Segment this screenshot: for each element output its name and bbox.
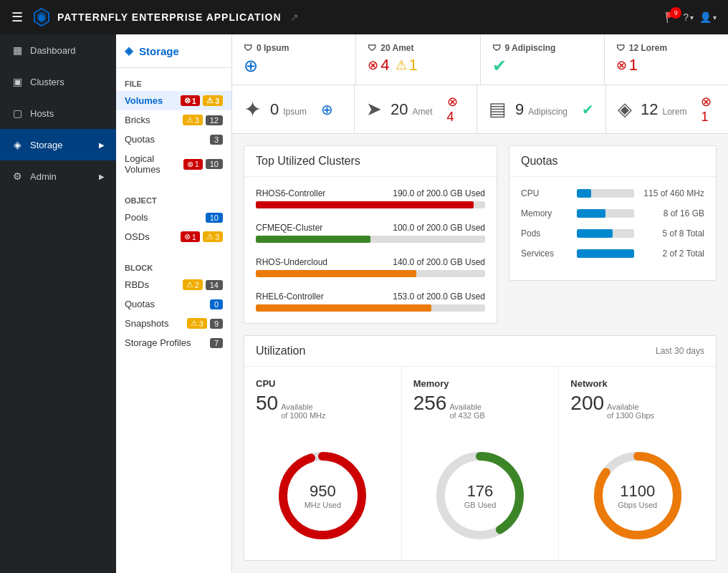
warn-icon5: ⚠ xyxy=(186,280,193,289)
quota-label-memory: Memory xyxy=(521,208,571,218)
util-metric-memory: Memory 256 Availableof 432 GB xyxy=(402,367,560,431)
sidebar-item-quotas-file[interactable]: Quotas 3 xyxy=(116,130,231,149)
utilization-subtitle: Last 30 days xyxy=(656,346,704,356)
pools-badges: 10 xyxy=(206,213,223,223)
object-section-title: Object xyxy=(116,191,231,208)
ipsum-label: Ipsum xyxy=(283,107,307,117)
cluster-name-0: RHOS6-Controller xyxy=(256,188,325,198)
quota-label-cpu: CPU xyxy=(521,188,571,198)
logical-volumes-badges: ⊗1 10 xyxy=(183,159,223,170)
cluster-fill-1 xyxy=(256,236,370,243)
sidebar-item-rbds[interactable]: RBDs ⚠2 14 xyxy=(116,275,231,294)
quota-track-pods xyxy=(577,229,634,238)
quota-value-services: 2 of 2 Total xyxy=(640,249,704,259)
sidebar-item-hosts[interactable]: ▢ Hosts xyxy=(0,97,116,129)
top-clusters-panel: Top Utilized Clusters RHOS6-Controller 1… xyxy=(244,145,497,324)
secondary-sidebar: ◈ Storage File Volumes ⊗1 ⚠3 Bricks ⚠3 1… xyxy=(116,34,232,573)
dashboard-icon: ▦ xyxy=(11,44,23,56)
amet-error-count: ⊗4 xyxy=(368,56,389,74)
error-circle-icon: ⊗ xyxy=(368,57,378,73)
sidebar-item-clusters[interactable]: ▣ Clusters xyxy=(0,66,116,97)
patternfly-logo-icon xyxy=(32,7,52,27)
network-used-label: Gbps Used xyxy=(618,501,657,509)
storage-icon: ◈ xyxy=(11,139,23,150)
sidebar-item-dashboard[interactable]: ▦ Dashboard xyxy=(0,34,116,66)
ipsum-status-icon: ⊕ xyxy=(321,101,333,118)
icon-card-adipiscing: ▤ 9 Adipiscing ✔ xyxy=(477,85,606,133)
cluster-track-3 xyxy=(256,304,485,312)
shield-icon-4: 🛡 xyxy=(616,43,625,53)
sidebar-item-quotas-block[interactable]: Quotas 0 xyxy=(116,294,231,314)
cluster-row-0: RHOS6-Controller 190.0 of 200.0 GB Used xyxy=(256,188,485,208)
lorem-label: Lorem xyxy=(662,107,686,117)
cluster-fill-2 xyxy=(256,270,416,277)
notifications-button[interactable]: 🚩 9 xyxy=(665,11,677,23)
layers-icon: ◈ xyxy=(618,98,632,120)
cluster-name-3: RHEL6-Controller xyxy=(256,292,324,302)
top-clusters-body: RHOS6-Controller 190.0 of 200.0 GB Used … xyxy=(244,177,497,323)
logical-volumes-label: Logical Volumes xyxy=(125,153,183,175)
snapshots-warn-badge: ⚠3 xyxy=(187,318,207,329)
util-chart-memory: 176 GB Used xyxy=(402,431,560,560)
admin-expand-icon: ▶ xyxy=(99,173,105,180)
external-link-icon[interactable]: ↗ xyxy=(290,11,299,23)
user-menu-button[interactable]: 👤 ▾ xyxy=(699,11,717,23)
volumes-warn-badge: ⚠3 xyxy=(203,95,223,106)
sidebar-item-pools[interactable]: Pools 10 xyxy=(116,208,231,227)
sidebar-item-storage[interactable]: ◈ Storage ▶ xyxy=(0,129,116,160)
osds-warn-badge: ⚠3 xyxy=(203,231,223,242)
cpu-donut-center: 950 MHz Used xyxy=(305,482,341,509)
utilization-title: Utilization xyxy=(256,345,305,357)
storage-header-icon: ◈ xyxy=(125,44,133,57)
lorem-num: 12 xyxy=(641,100,658,119)
file-section: File Volumes ⊗1 ⚠3 Bricks ⚠3 12 Quotas 3 xyxy=(116,68,231,185)
sidebar-item-volumes[interactable]: Volumes ⊗1 ⚠3 xyxy=(116,91,231,110)
shield-icon-3: 🛡 xyxy=(492,43,501,53)
warn-icon: ⚠ xyxy=(206,96,214,105)
util-network-label: Network xyxy=(570,378,704,389)
clusters-icon: ▣ xyxy=(11,76,23,87)
grid-icon: ▤ xyxy=(489,98,507,120)
lorem-err-icon: ⊗ 1 xyxy=(701,94,717,125)
cluster-used-0: 190.0 of 200.0 GB Used xyxy=(393,188,485,198)
quotas-block-badges: 0 xyxy=(210,299,223,309)
util-cpu-label: CPU xyxy=(256,378,390,389)
quotas-panel-body: CPU 115 of 460 MHz Memory 8 of 16 GB xyxy=(509,177,716,280)
sidebar-item-logical-volumes[interactable]: Logical Volumes ⊗1 10 xyxy=(116,149,231,179)
quota-value-memory: 8 of 16 GB xyxy=(640,208,704,218)
util-cpu-value: 50 xyxy=(256,392,278,415)
main-content: 🛡 0 Ipsum ⊕ 🛡 20 Amet ⊗4 ⚠1 xyxy=(232,34,728,573)
lv-error-badge: ⊗1 xyxy=(183,159,203,170)
sidebar-item-bricks[interactable]: Bricks ⚠3 12 xyxy=(116,110,231,130)
sidebar-item-storage-profiles[interactable]: Storage Profiles 7 xyxy=(116,333,231,352)
help-button[interactable]: ? ▾ xyxy=(683,11,694,23)
status-cards-row: 🛡 0 Ipsum ⊕ 🛡 20 Amet ⊗4 ⚠1 xyxy=(232,34,728,85)
quota-row-pods: Pods 5 of 8 Total xyxy=(521,228,704,239)
hamburger-menu-icon[interactable]: ☰ xyxy=(11,9,23,25)
sidebar-label-storage: Storage xyxy=(30,140,63,150)
status-card-amet: 🛡 20 Amet ⊗4 ⚠1 xyxy=(356,34,480,85)
memory-used-label: GB Used xyxy=(464,501,497,509)
top-navigation: ☰ PATTERNFLY ENTERPRISE APPLICATION ↗ 🚩 … xyxy=(0,0,728,34)
sidebar-item-osds[interactable]: OSDs ⊗1 ⚠3 xyxy=(116,227,231,246)
status-label-amet: 20 Amet xyxy=(380,43,413,53)
rebel-icon: ✦ xyxy=(244,97,262,122)
object-section: Object Pools 10 OSDs ⊗1 ⚠3 xyxy=(116,185,231,252)
pools-num-badge: 10 xyxy=(206,213,223,223)
warn-icon4: ⚠ xyxy=(206,232,214,241)
sidebar-item-admin[interactable]: ⚙ Admin ▶ xyxy=(0,160,116,192)
network-used-value: 1100 xyxy=(618,482,657,501)
bricks-badges: ⚠3 12 xyxy=(183,115,223,125)
brand-logo: PATTERNFLY ENTERPRISE APPLICATION xyxy=(32,7,282,27)
sidebar-item-snapshots[interactable]: Snapshots ⚠3 9 xyxy=(116,314,231,333)
util-memory-value: 256 xyxy=(413,392,447,415)
block-section: Block RBDs ⚠2 14 Quotas 0 Snapshots ⚠3 9 xyxy=(116,252,231,358)
cluster-fill-0 xyxy=(256,201,474,208)
cpu-used-label: MHz Used xyxy=(305,501,341,509)
osds-label: OSDs xyxy=(125,231,150,242)
rbds-num-badge: 14 xyxy=(206,280,223,290)
quota-label-services: Services xyxy=(521,249,571,259)
user-icon: 👤 xyxy=(699,11,712,23)
cluster-track-2 xyxy=(256,270,485,277)
util-metric-network: Network 200 Availableof 1300 Gbps xyxy=(559,367,716,431)
